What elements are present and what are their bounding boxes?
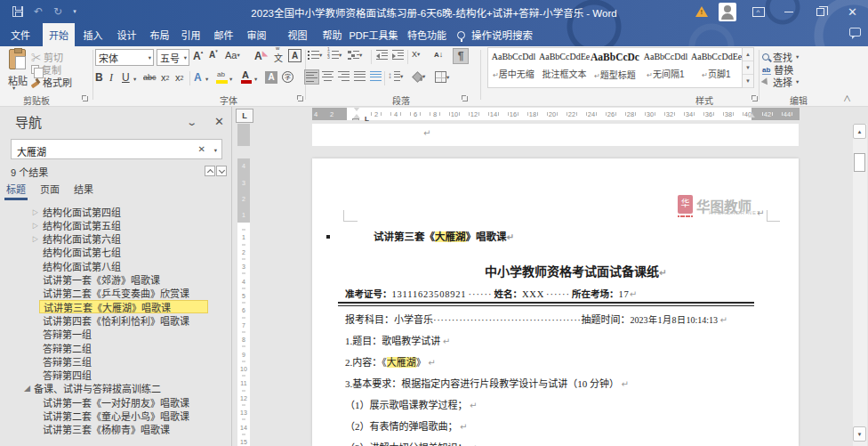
paste-dropdown-icon[interactable]: ▾	[12, 85, 15, 92]
paste-button[interactable]: 粘贴	[6, 73, 29, 87]
change-case-button[interactable]: Aa▾	[225, 50, 240, 61]
shrink-font-button[interactable]: A▾	[209, 50, 218, 60]
line-spacing-button[interactable]: ▾	[389, 71, 403, 81]
warning-icon[interactable]	[695, 6, 708, 17]
phonetic-guide-button[interactable]: 文	[274, 51, 283, 64]
styles-gallery-arrows[interactable]: ▲▼▼	[743, 47, 754, 88]
left-indent-marker[interactable]	[352, 118, 359, 120]
distribute-button[interactable]	[370, 71, 382, 81]
text-highlight-button[interactable]	[216, 72, 228, 84]
tell-me-search[interactable]: 操作说明搜索	[457, 23, 533, 46]
underline-dropdown-icon[interactable]: ▾	[133, 76, 136, 83]
text-highlight-dropdown-icon[interactable]: ▾	[229, 76, 232, 83]
user-avatar[interactable]	[719, 3, 736, 21]
style-item[interactable]: AaBbCcDdEe↵页脚1	[691, 48, 742, 87]
nav-item[interactable]: 答辩第三组	[43, 354, 92, 368]
bullets-button[interactable]: ▾	[308, 50, 322, 60]
decrease-indent-button[interactable]	[376, 50, 388, 60]
nav-pane-chevron-icon[interactable]: ⌄	[186, 117, 197, 128]
justify-button[interactable]	[354, 71, 366, 81]
bold-button[interactable]: B	[95, 71, 103, 84]
tab-6[interactable]: 邮件	[209, 23, 238, 46]
text-effects-button[interactable]: A	[194, 71, 202, 84]
superscript-button[interactable]: x2	[175, 72, 183, 83]
collapsed-arrow-icon[interactable]: ▷	[32, 221, 38, 230]
style-item[interactable]: AaBbCcDdl↵居中无缩	[488, 48, 539, 87]
align-right-button[interactable]	[338, 71, 350, 81]
nav-tab-0[interactable]: 标题	[6, 182, 26, 196]
redo-icon[interactable]: ↻	[53, 6, 62, 17]
font-color-dropdown-icon[interactable]: ▾	[254, 76, 257, 83]
nav-item[interactable]: 试讲第二套《乒乓变奏曲》欣赏课	[43, 287, 189, 300]
paste-icon[interactable]	[9, 49, 26, 69]
nav-item[interactable]: ▷结构化面试第六组	[43, 232, 121, 246]
tab-1[interactable]: 开始	[43, 23, 75, 46]
subscript-button[interactable]: x2	[161, 72, 169, 83]
clipboard-dialog-launcher[interactable]	[82, 95, 88, 101]
tab-4[interactable]: 布局	[145, 23, 174, 46]
right-indent-marker[interactable]	[748, 113, 755, 118]
nav-item[interactable]: ◢备课、试讲与答辩拔高训练二	[34, 382, 161, 395]
font-dialog-launcher[interactable]	[297, 95, 303, 101]
style-item[interactable]: AaBbCcDdl↵无间隔1	[640, 48, 691, 87]
grow-font-button[interactable]: A▴	[193, 50, 203, 62]
styles-dialog-launcher[interactable]	[751, 95, 758, 101]
tab-7[interactable]: 审阅	[242, 23, 271, 46]
show-hide-marks-button[interactable]: ¶	[453, 48, 469, 64]
nav-item[interactable]: ▷结构化面试第四组	[43, 205, 121, 218]
sort-button[interactable]: A	[434, 50, 443, 59]
nav-item[interactable]: 试讲第二套《童心是小鸟》唱歌课	[43, 410, 189, 423]
numbering-button[interactable]: ▾	[327, 50, 342, 60]
tab-11[interactable]: 特色功能	[405, 23, 449, 46]
first-line-indent-marker[interactable]	[353, 108, 360, 111]
expanded-arrow-icon[interactable]: ◢	[24, 384, 30, 393]
document-page[interactable]: 华 华图教师 HTEACHER.NET ↵ 试讲第三套《大雁湖》唱歌课↵ 中小学…	[312, 158, 799, 446]
font-color-button[interactable]	[241, 71, 253, 84]
text-effects-dropdown-icon[interactable]: ▾	[205, 76, 208, 83]
nav-search-input[interactable]: 大雁湖	[17, 144, 46, 158]
italic-button[interactable]: I	[109, 71, 113, 85]
align-center-button[interactable]	[322, 71, 334, 81]
collapsed-arrow-icon[interactable]: ▷	[32, 207, 38, 216]
font-size-combo[interactable]: 五号▾	[157, 49, 189, 66]
clear-formatting-button[interactable]: A	[254, 50, 262, 62]
multilevel-list-button[interactable]: ▾	[348, 50, 362, 60]
horizontal-ruler[interactable]: 4224681012141618202224262830323436384042…	[312, 108, 800, 120]
tab-2[interactable]: 插入	[78, 23, 108, 46]
nav-item[interactable]: 试讲第一套《郊游》唱歌课	[43, 273, 160, 287]
ribbon-display-options-icon[interactable]	[752, 7, 765, 17]
character-shading-button[interactable]: A	[265, 71, 277, 84]
tab-8[interactable]: 视图	[283, 23, 312, 46]
borders-button[interactable]: ▾	[435, 71, 449, 83]
underline-button[interactable]: U	[122, 71, 130, 84]
nav-item[interactable]: 结构化面试第八组	[43, 259, 121, 272]
align-left-button[interactable]	[304, 69, 319, 85]
scroll-up-button[interactable]: ▲	[853, 124, 866, 139]
nav-tab-2[interactable]: 结果	[74, 182, 93, 196]
nav-item[interactable]: 答辩第四组	[43, 369, 92, 382]
minimize-button[interactable]	[784, 12, 793, 12]
collapse-ribbon-icon[interactable]: ∧	[843, 93, 851, 104]
tab-10[interactable]: PDF工具集	[351, 23, 396, 46]
scrollbar-thumb[interactable]	[854, 153, 865, 172]
nav-pane-close-icon[interactable]: ✕	[214, 115, 224, 128]
tab-5[interactable]: 引用	[176, 23, 205, 46]
nav-next-result-button[interactable]	[216, 166, 227, 176]
format-painter-button[interactable]: 格式刷	[30, 75, 72, 89]
qat-customize-icon[interactable]: ▾	[73, 8, 76, 15]
collapsed-arrow-icon[interactable]: ▷	[32, 234, 38, 243]
tab-file[interactable]: 文件	[5, 23, 36, 46]
enclose-characters-button[interactable]: 字	[282, 71, 293, 83]
scrollbar-track[interactable]	[853, 124, 867, 446]
nav-item[interactable]: 答辩第一组	[43, 328, 92, 341]
undo-icon[interactable]: ↶	[34, 6, 43, 17]
nav-item[interactable]: ▷结构化面试第五组	[43, 218, 121, 231]
select-button[interactable]: 选择▾	[762, 75, 799, 89]
font-name-combo[interactable]: 宋体▾	[95, 49, 154, 66]
style-item[interactable]: AaBbCcDdEe批注框文本	[539, 48, 590, 87]
nav-prev-result-button[interactable]	[205, 166, 215, 176]
nav-item[interactable]: 试讲第三套《杨柳青》唱歌课	[43, 423, 170, 436]
comments-icon[interactable]	[849, 28, 861, 36]
nav-search-box[interactable]: 大雁湖 ✕ ▾	[11, 139, 222, 159]
strikethrough-button[interactable]: abc	[143, 73, 157, 82]
